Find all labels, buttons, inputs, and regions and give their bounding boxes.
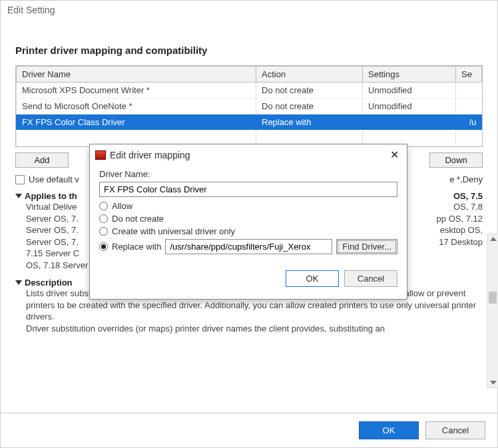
col-action[interactable]: Action — [256, 67, 363, 83]
radio-allow-label: Allow — [112, 201, 132, 211]
dialog-header: Edit driver mapping ✕ — [90, 144, 407, 165]
vertical-scrollbar[interactable] — [487, 234, 498, 388]
radio-do-not-create[interactable] — [99, 214, 108, 223]
table-row-selected[interactable]: FX FPS Color Class Driver Replace with /… — [17, 114, 482, 130]
printer-icon — [95, 150, 106, 160]
description-title: Description — [25, 278, 73, 288]
radio-allow-row[interactable]: Allow — [99, 201, 397, 211]
cell-settings: Unmodified — [363, 83, 456, 99]
applies-to-title: Applies to th — [25, 191, 77, 201]
driver-name-input[interactable] — [99, 182, 397, 197]
table-row[interactable]: Microsoft XPS Document Writer * Do not c… — [17, 83, 482, 99]
radio-universal[interactable] — [99, 227, 108, 236]
cell-driver: Microsoft XPS Document Writer * — [17, 83, 256, 99]
replace-with-input[interactable] — [165, 239, 332, 254]
use-default-label-right: e *,Deny — [449, 174, 483, 184]
col-se[interactable]: Se — [456, 67, 482, 83]
window-title: Edit Setting — [1, 1, 497, 19]
dialog-cancel-button[interactable]: Cancel — [344, 270, 397, 287]
dialog-ok-button[interactable]: OK — [286, 270, 339, 287]
driver-table-panel: Driver Name Action Settings Se Microsoft… — [15, 65, 483, 147]
cell-action: Replace with — [256, 114, 363, 130]
caret-down-icon — [15, 194, 22, 198]
footer-buttons: OK Cancel — [1, 413, 497, 447]
table-row[interactable]: Send to Microsoft OneNote * Do not creat… — [17, 99, 482, 114]
action-radios: Allow Do not create Create with universa… — [99, 201, 397, 254]
cell-driver: FX FPS Color Class Driver — [17, 114, 256, 130]
dialog-footer: OK Cancel — [90, 264, 407, 290]
radio-replace-label: Replace with — [112, 242, 161, 252]
section-heading: Printer driver mapping and compatibility — [15, 45, 483, 56]
cell-action: Do not create — [256, 99, 363, 114]
radio-dont-label: Do not create — [112, 214, 164, 224]
radio-universal-label: Create with universal driver only — [112, 226, 235, 236]
edit-driver-mapping-dialog: Edit driver mapping ✕ Driver Name: Allow… — [89, 144, 407, 300]
edit-setting-window: Edit Setting Printer driver mapping and … — [0, 0, 498, 448]
radio-dont-row[interactable]: Do not create — [99, 214, 397, 224]
scroll-down-icon[interactable] — [490, 381, 497, 385]
down-button[interactable]: Down — [429, 152, 483, 168]
cell-action: Do not create — [256, 83, 363, 99]
scroll-thumb[interactable] — [489, 292, 497, 304]
driver-table: Driver Name Action Settings Se Microsoft… — [16, 66, 482, 146]
find-driver-button[interactable]: Find Driver... — [336, 239, 397, 254]
driver-name-label: Driver Name: — [99, 169, 397, 179]
radio-allow[interactable] — [99, 202, 108, 210]
cell-driver: Send to Microsoft OneNote * — [17, 99, 256, 114]
use-default-checkbox[interactable] — [15, 175, 25, 184]
scroll-up-icon[interactable] — [490, 237, 497, 241]
add-button[interactable]: Add — [15, 152, 69, 168]
radio-replace-with[interactable] — [99, 242, 108, 251]
col-settings[interactable]: Settings — [363, 67, 456, 83]
close-icon[interactable]: ✕ — [387, 148, 401, 161]
radio-replace-row[interactable]: Replace with Find Driver... — [99, 239, 397, 254]
ok-button[interactable]: OK — [359, 421, 419, 439]
dialog-title: Edit driver mapping — [110, 150, 190, 160]
cell-settings: /u — [456, 114, 482, 130]
use-default-label-left: Use default v — [29, 174, 79, 184]
cell-settings: Unmodified — [363, 99, 456, 114]
dialog-body: Driver Name: Allow Do not create Create … — [90, 165, 407, 264]
col-driver-name[interactable]: Driver Name — [17, 67, 256, 83]
caret-down-icon — [15, 280, 22, 285]
cancel-button[interactable]: Cancel — [425, 421, 485, 439]
radio-universal-row[interactable]: Create with universal driver only — [99, 226, 397, 236]
